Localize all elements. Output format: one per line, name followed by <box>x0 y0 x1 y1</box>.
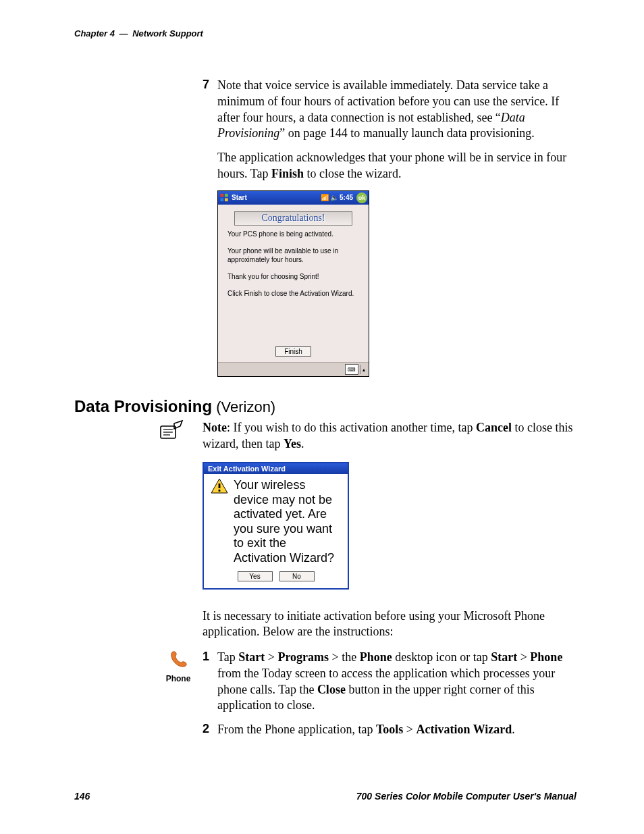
step-number: 7 <box>203 78 209 92</box>
no-button[interactable]: No <box>279 571 315 581</box>
page-number: 146 <box>74 791 90 802</box>
step-7-para-1: Note that voice service is available imm… <box>217 78 576 142</box>
wm-device: Start 📶 🔈 5:45 ok Congratulations! <box>217 190 369 377</box>
ok-button[interactable]: ok <box>356 192 367 203</box>
msg-line: Your phone will be available to use in a… <box>227 246 359 264</box>
text: > <box>403 723 416 736</box>
activation-wizard-ref: Activation Wizard <box>416 723 512 736</box>
screenshot-congratulations: Start 📶 🔈 5:45 ok Congratulations! <box>217 190 576 377</box>
text: Tap <box>217 650 238 664</box>
phone-ref2: Phone <box>530 650 562 664</box>
msg-line: Thank you for choosing Sprint! <box>227 272 359 281</box>
exit-dialog-text: Your wireless device may not be activate… <box>234 478 341 566</box>
tools-ref: Tools <box>376 723 403 736</box>
text: > <box>517 650 530 664</box>
phone-desktop-icon: Phone <box>158 650 198 683</box>
section-title-data-provisioning: Data Provisioning (Verizon) <box>74 397 576 416</box>
text: to close the wizard. <box>304 167 401 180</box>
signal-icon: 📶 <box>321 194 329 201</box>
exit-dialog-title: Exit Activation Wizard <box>204 463 348 474</box>
yes-ref: Yes <box>284 437 301 450</box>
wm-client-area: Congratulations! Your PCS phone is being… <box>218 205 369 377</box>
intro-paragraph: It is necessary to initiate activation b… <box>203 608 576 641</box>
step-2-para: From the Phone application, tap Tools > … <box>217 722 576 738</box>
clock: 5:45 <box>340 194 353 201</box>
svg-rect-2 <box>220 198 223 201</box>
menu-up-icon[interactable]: ▴ <box>360 365 367 374</box>
step-2: 2 From the Phone application, tap Tools … <box>203 722 576 738</box>
running-head-title: Network Support <box>132 28 203 38</box>
text: > the <box>329 650 360 664</box>
text: . <box>512 723 515 736</box>
wm-bottombar: ⌨ ▴ <box>218 362 369 376</box>
windows-flag-icon[interactable] <box>219 192 230 203</box>
keyboard-icon[interactable]: ⌨ <box>345 364 358 375</box>
start-label[interactable]: Start <box>232 194 247 201</box>
svg-rect-1 <box>225 194 228 197</box>
finish-button[interactable]: Finish <box>275 346 311 357</box>
svg-rect-8 <box>219 484 221 488</box>
text: : If you wish to do this activation anot… <box>227 421 476 434</box>
warning-icon <box>211 478 228 494</box>
section-title-thin: (Verizon) <box>212 398 275 415</box>
start-ref: Start <box>238 650 265 664</box>
speaker-icon: 🔈 <box>330 194 338 201</box>
instruction-list: 1 Tap Start > Programs > the Phone deskt… <box>203 650 576 738</box>
programs-ref: Programs <box>277 650 329 664</box>
running-head: Chapter 4 — Network Support <box>74 28 576 38</box>
page: Chapter 4 — Network Support 7 Note that … <box>0 0 644 834</box>
section-title-bold: Data Provisioning <box>74 397 212 415</box>
svg-rect-0 <box>220 194 223 197</box>
exit-dialog: Exit Activation Wizard Your wireless dev… <box>203 462 349 590</box>
step-1: 1 Tap Start > Programs > the Phone deskt… <box>203 650 576 714</box>
running-head-chapter: Chapter 4 <box>74 28 115 38</box>
cancel-ref: Cancel <box>476 421 512 434</box>
congratulations-message: Your PCS phone is being activated. Your … <box>218 226 369 298</box>
text: desktop icon or tap <box>392 650 491 664</box>
phone-icon-label: Phone <box>158 674 198 683</box>
step-7: 7 Note that voice service is available i… <box>203 78 576 377</box>
step-1-para: Tap Start > Programs > the Phone desktop… <box>217 650 576 714</box>
manual-title: 700 Series Color Mobile Computer User's … <box>356 791 576 802</box>
text: Your wireless device may not be activate… <box>234 478 341 566</box>
step-7-para-2: The application acknowledges that your p… <box>217 150 576 182</box>
svg-rect-9 <box>219 490 221 492</box>
msg-line: Your PCS phone is being activated. <box>227 230 359 238</box>
screenshot-exit-dialog: Exit Activation Wizard Your wireless dev… <box>203 462 576 590</box>
text: . <box>301 437 304 450</box>
wm-titlebar: Start 📶 🔈 5:45 ok <box>218 191 369 205</box>
start-ref2: Start <box>491 650 517 664</box>
note-block: Note: If you wish to do this activation … <box>203 420 576 640</box>
step-number: 2 <box>203 722 209 736</box>
note-paragraph: Note: If you wish to do this activation … <box>203 420 576 452</box>
running-head-sep: — <box>117 28 130 38</box>
step-number: 1 <box>203 650 209 664</box>
close-ref: Close <box>317 683 346 696</box>
yes-button[interactable]: Yes <box>238 571 273 581</box>
page-footer: 146 700 Series Color Mobile Computer Use… <box>74 791 576 802</box>
finish-ref: Finish <box>271 167 304 180</box>
msg-line: Click Finish to close the Activation Wiz… <box>227 289 359 298</box>
text: ” on page 144 to manually launch data pr… <box>279 126 534 140</box>
text: > <box>265 650 277 664</box>
phone-ref: Phone <box>360 650 392 664</box>
text: From the Phone application, tap <box>217 723 376 736</box>
svg-rect-3 <box>225 198 228 201</box>
congratulations-banner: Congratulations! <box>234 211 352 226</box>
body-column: 7 Note that voice service is available i… <box>203 78 576 377</box>
note-lead: Note <box>203 421 227 434</box>
note-icon <box>158 419 184 442</box>
